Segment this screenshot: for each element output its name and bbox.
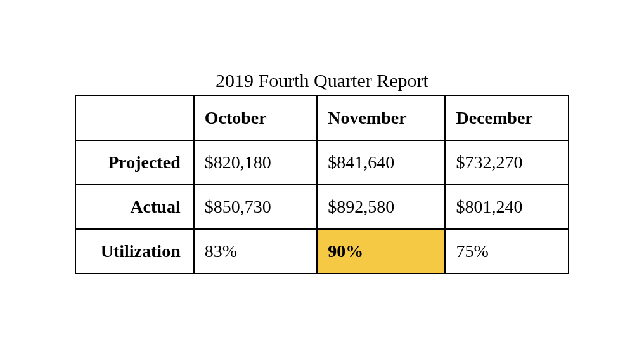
cell-projected-october: $820,180 bbox=[194, 140, 318, 185]
cell-projected-november: $841,640 bbox=[317, 140, 445, 185]
row-header-projected: Projected bbox=[75, 140, 194, 185]
report-table: October November December Projected $820… bbox=[75, 95, 569, 274]
cell-actual-october: $850,730 bbox=[194, 185, 318, 229]
cell-utilization-october: 83% bbox=[194, 229, 318, 274]
col-header-november: November bbox=[317, 96, 445, 140]
table-header-row: October November December bbox=[75, 96, 569, 140]
row-header-actual: Actual bbox=[75, 185, 194, 229]
row-header-utilization: Utilization bbox=[75, 229, 194, 274]
table-row: Actual $850,730 $892,580 $801,240 bbox=[75, 185, 569, 229]
col-header-december: December bbox=[445, 96, 569, 140]
cell-actual-december: $801,240 bbox=[445, 185, 569, 229]
cell-utilization-november: 90% bbox=[317, 229, 445, 274]
table-row: Projected $820,180 $841,640 $732,270 bbox=[75, 140, 569, 185]
table-caption: 2019 Fourth Quarter Report bbox=[75, 70, 569, 91]
report-container: 2019 Fourth Quarter Report October Novem… bbox=[75, 70, 569, 274]
table-row: Utilization 83% 90% 75% bbox=[75, 229, 569, 274]
cell-projected-december: $732,270 bbox=[445, 140, 569, 185]
cell-utilization-december: 75% bbox=[445, 229, 569, 274]
col-header-october: October bbox=[194, 96, 318, 140]
blank-header-cell bbox=[75, 96, 194, 140]
cell-actual-november: $892,580 bbox=[317, 185, 445, 229]
